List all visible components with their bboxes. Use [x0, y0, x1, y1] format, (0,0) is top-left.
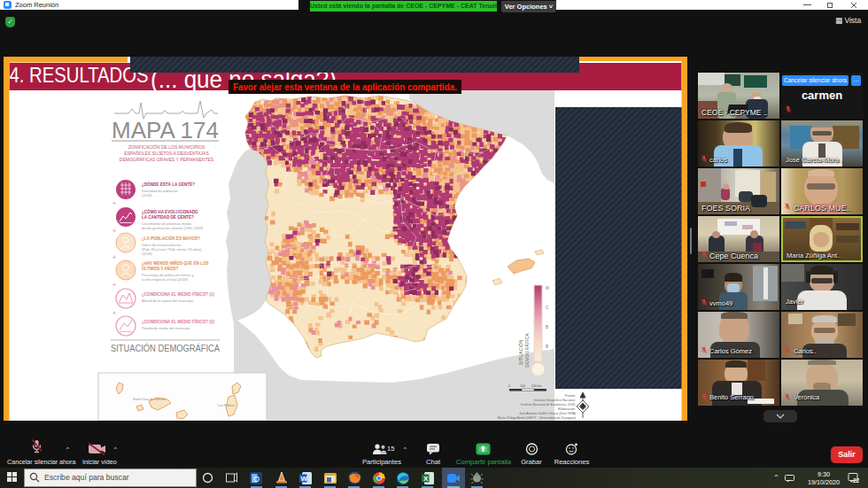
svg-text:W: W: [301, 475, 308, 483]
svg-text:Altitud de la capital del muni: Altitud de la capital del municipio: [142, 298, 194, 303]
svg-text:desde generación anterior (196: desde generación anterior (1961-2018): [142, 226, 204, 230]
svg-text:DEMOGRÁFICAS GRAVES Y PERMANEN: DEMOGRÁFICAS GRAVES Y PERMANENTES: [120, 157, 214, 162]
svg-text:José Antonio Guillén Gracia (D: José Antonio Guillén Gracia (Dnet ISFA): [519, 412, 576, 415]
svg-text:¿LA POBLACIÓN ES MAYOR?: ¿LA POBLACIÓN ES MAYOR?: [142, 235, 200, 241]
svg-text:¿HAY MENOS NIÑOS QUE EN LOS: ¿HAY MENOS NIÑOS QUE EN LOS: [142, 260, 209, 266]
svg-text:100: 100: [520, 384, 525, 388]
svg-text:+: +: [112, 227, 117, 235]
svg-text:¿CONDICIONA EL MEDIO FÍSICO? (: ¿CONDICIONA EL MEDIO FÍSICO? (2): [142, 318, 214, 324]
svg-text:0: 0: [508, 384, 510, 388]
svg-text:Instituto Geográfico Nacional,: Instituto Geográfico Nacional,: [534, 399, 576, 402]
svg-text:DEMOGRÁFICA: DEMOGRÁFICA: [524, 332, 530, 368]
svg-text:¿DÓNDE ESTÁ LA GENTE?: ¿DÓNDE ESTÁ LA GENTE?: [142, 181, 195, 187]
svg-text:4. RESULTADOS: 4. RESULTADOS: [10, 64, 149, 87]
svg-text:B: B: [546, 345, 548, 349]
svg-text:O: O: [253, 475, 260, 484]
svg-text:¿CÓMO HA EVOLUCIONADO: ¿CÓMO HA EVOLUCIONADO: [142, 208, 198, 214]
svg-text:Las Palmas: Las Palmas: [218, 404, 235, 407]
svg-text:Fuente:: Fuente:: [565, 394, 576, 398]
svg-text:Instituto Nacional de Estadíst: Instituto Nacional de Estadística, 2018.: [521, 403, 576, 407]
svg-text:MAPA 174: MAPA 174: [112, 117, 219, 143]
svg-text:+: +: [112, 253, 117, 261]
svg-text:+: +: [112, 281, 117, 289]
svg-text:Marta Zúñiga Antón (GEOT - Uni: Marta Zúñiga Antón (GEOT - Universidad d…: [498, 416, 576, 420]
svg-text:Favor alejar esta ventana de l: Favor alejar esta ventana de la aplicaci…: [233, 81, 457, 92]
svg-text:(2018): (2018): [142, 252, 152, 256]
svg-text:¿CONDICIONA EL MEDIO FÍSICO? (: ¿CONDICIONA EL MEDIO FÍSICO? (1): [142, 290, 214, 297]
svg-text:ESPAÑOLES SUJETOS A DESVENTAJA: ESPAÑOLES SUJETOS A DESVENTAJAS: [124, 151, 209, 156]
svg-text:+: +: [112, 199, 117, 207]
svg-text:Pendiente media del municipio: Pendiente media del municipio: [142, 326, 190, 330]
svg-text:(2018): (2018): [142, 193, 152, 198]
svg-text:a año respecto al total (2018): a año respecto al total (2018): [142, 277, 189, 282]
svg-text:B: B: [546, 325, 548, 329]
svg-text:ÚLTIMOS 5 AÑOS?: ÚLTIMOS 5 AÑOS?: [142, 266, 179, 271]
svg-text:LA CANTIDAD DE GENTE?: LA CANTIDAD DE GENTE?: [142, 215, 194, 220]
svg-text:Elaboración:: Elaboración:: [558, 407, 576, 411]
svg-text:+: +: [112, 309, 117, 317]
svg-text:Santa Cruz de Tenerife: Santa Cruz de Tenerife: [133, 398, 166, 401]
svg-text:M: M: [546, 286, 549, 290]
svg-text:ZONIFICACIÓN DE LOS MUNICIPIOS: ZONIFICACIÓN DE LOS MUNICIPIOS: [128, 144, 205, 150]
svg-text:X: X: [423, 475, 429, 483]
svg-text:SITUACIÓN: SITUACIÓN: [518, 339, 523, 365]
svg-text:200 km: 200 km: [531, 384, 542, 388]
svg-text:SITUACIÓN DEMOGRÁFICA: SITUACIÓN DEMOGRÁFICA: [111, 343, 221, 353]
